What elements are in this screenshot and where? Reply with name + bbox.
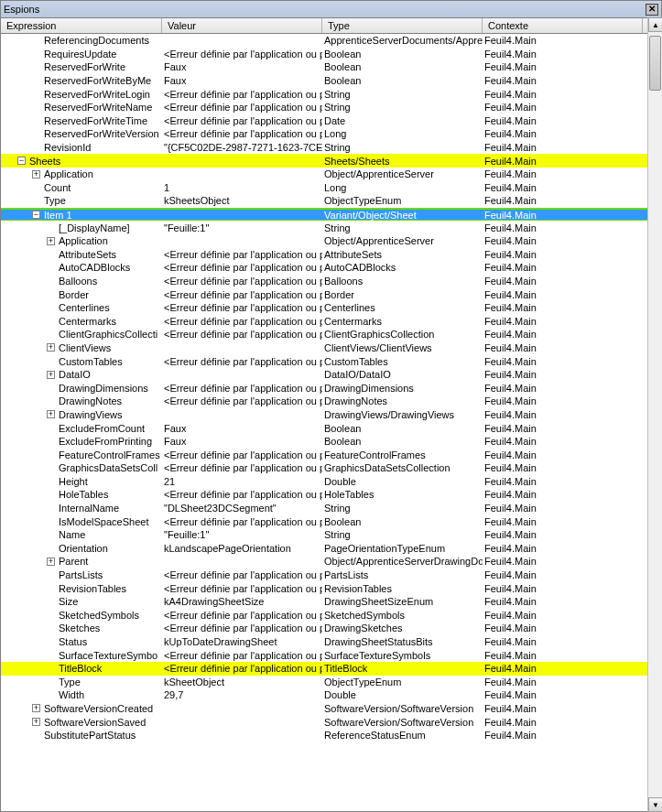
value-cell[interactable]: <Erreur définie par l'application ou p: [162, 302, 322, 313]
tree-row[interactable]: ParentObject/ApprenticeServerDrawingDoFe…: [1, 555, 661, 568]
tree-row[interactable]: InternalName"DLSheet23DCSegment"StringFe…: [1, 502, 661, 515]
expand-icon[interactable]: [47, 371, 55, 379]
value-cell[interactable]: <Erreur définie par l'application ou p: [162, 102, 322, 113]
value-cell[interactable]: <Erreur définie par l'application ou p: [162, 115, 322, 126]
value-cell[interactable]: <Erreur définie par l'application ou p: [162, 289, 322, 300]
expr-cell[interactable]: Item 1: [1, 210, 162, 221]
value-cell[interactable]: "Feuille:1": [162, 529, 322, 540]
scroll-down-button[interactable]: ▼: [648, 797, 662, 812]
tree-row[interactable]: Balloons<Erreur définie par l'applicatio…: [1, 275, 661, 288]
expr-cell[interactable]: CustomTables: [1, 356, 162, 367]
expand-icon[interactable]: [47, 343, 55, 352]
tree-row[interactable]: [_DisplayName]"Feuille:1"StringFeuil4.Ma…: [1, 221, 661, 234]
close-button[interactable]: ✕: [646, 4, 658, 16]
expr-cell[interactable]: ClientGraphicsCollecti: [1, 329, 162, 340]
value-cell[interactable]: kSheetsObject: [162, 195, 322, 206]
scroll-up-button[interactable]: ▲: [648, 17, 662, 32]
value-cell[interactable]: Faux: [162, 436, 322, 447]
header-expression[interactable]: Expression: [1, 18, 162, 33]
value-cell[interactable]: Faux: [162, 75, 322, 86]
tree-row[interactable]: SketchedSymbols<Erreur définie par l'app…: [1, 609, 661, 623]
expr-cell[interactable]: SoftwareVersionSaved: [1, 717, 162, 728]
value-cell[interactable]: <Erreur définie par l'application ou p: [162, 262, 322, 273]
expr-cell[interactable]: ReservedForWriteByMe: [1, 75, 162, 86]
tree-row[interactable]: TypekSheetObjectObjectTypeEnumFeuil4.Mai…: [1, 676, 661, 689]
tree-row[interactable]: ClientGraphicsCollecti<Erreur définie pa…: [1, 328, 661, 341]
value-cell[interactable]: Faux: [162, 423, 322, 434]
expr-cell[interactable]: Border: [1, 289, 162, 300]
value-cell[interactable]: <Erreur définie par l'application ou p: [162, 49, 322, 60]
tree-row[interactable]: FeatureControlFrames<Erreur définie par …: [1, 448, 661, 461]
expand-icon[interactable]: [47, 558, 55, 566]
expr-cell[interactable]: SubstitutePartStatus: [1, 730, 162, 741]
expr-cell[interactable]: ReservedForWriteLogin: [1, 89, 162, 100]
value-cell[interactable]: <Erreur définie par l'application ou p: [162, 383, 322, 394]
scroll-thumb[interactable]: [649, 36, 661, 91]
expr-cell[interactable]: ReservedForWriteTime: [1, 115, 162, 126]
expr-cell[interactable]: Height: [1, 476, 162, 487]
tree-row[interactable]: SurfaceTextureSymbo<Erreur définie par l…: [1, 648, 661, 662]
tree-row[interactable]: HoleTables<Erreur définie par l'applicat…: [1, 488, 661, 502]
value-cell[interactable]: "{CF5C02DE-2987-7271-1623-7CE9: [162, 142, 322, 153]
expr-cell[interactable]: Parent: [1, 556, 162, 567]
expr-cell[interactable]: Type: [1, 677, 162, 687]
value-cell[interactable]: 1: [162, 182, 322, 193]
watch-tree[interactable]: ReferencingDocumentsApprenticeServerDocu…: [1, 34, 661, 812]
expr-cell[interactable]: Centerlines: [1, 302, 162, 313]
tree-row[interactable]: RequiresUpdate<Erreur définie par l'appl…: [1, 48, 661, 61]
expr-cell[interactable]: IsModelSpaceSheet: [1, 516, 162, 527]
value-cell[interactable]: Faux: [162, 61, 322, 72]
expr-cell[interactable]: GraphicsDataSetsColl: [1, 462, 162, 473]
tree-row[interactable]: DrawingNotes<Erreur définie par l'applic…: [1, 395, 661, 408]
value-cell[interactable]: <Erreur définie par l'application ou p: [162, 329, 322, 340]
tree-row[interactable]: Height21DoubleFeuil4.Main: [1, 475, 661, 489]
tree-row[interactable]: Name"Feuille:1"StringFeuil4.Main: [1, 528, 661, 542]
tree-row[interactable]: DrawingDimensions<Erreur définie par l'a…: [1, 381, 661, 395]
tree-row[interactable]: DrawingViewsDrawingViews/DrawingViewsFeu…: [1, 408, 661, 422]
expr-cell[interactable]: Orientation: [1, 543, 162, 554]
value-cell[interactable]: <Erreur définie par l'application ou p: [162, 249, 322, 260]
expr-cell[interactable]: TitleBlock: [1, 663, 162, 674]
tree-row[interactable]: Item 1Variant/Object/SheetFeuil4.Main: [1, 208, 661, 222]
tree-row[interactable]: OrientationkLandscapePageOrientationPage…: [1, 542, 661, 556]
expr-cell[interactable]: SurfaceTextureSymbo: [1, 650, 162, 661]
expr-cell[interactable]: Centermarks: [1, 316, 162, 327]
expr-cell[interactable]: RevisionId: [1, 142, 162, 153]
tree-row[interactable]: SoftwareVersionCreatedSoftwareVersion/So…: [1, 702, 661, 716]
expr-cell[interactable]: AttributeSets: [1, 249, 162, 260]
tree-row[interactable]: ReservedForWriteVersion<Erreur définie p…: [1, 127, 661, 141]
expr-cell[interactable]: Sketches: [1, 623, 162, 633]
tree-row[interactable]: ReservedForWriteName<Erreur définie par …: [1, 101, 661, 114]
expr-cell[interactable]: HoleTables: [1, 489, 162, 500]
collapse-icon[interactable]: [32, 211, 40, 219]
expr-cell[interactable]: Status: [1, 636, 162, 647]
tree-row[interactable]: StatuskUpToDateDrawingSheetDrawingSheetS…: [1, 635, 661, 649]
tree-row[interactable]: ReservedForWriteByMeFauxBooleanFeuil4.Ma…: [1, 74, 661, 88]
tree-row[interactable]: ReservedForWriteTime<Erreur définie par …: [1, 114, 661, 128]
tree-row[interactable]: ReservedForWriteFauxBooleanFeuil4.Main: [1, 60, 661, 74]
value-cell[interactable]: <Erreur définie par l'application ou p: [162, 583, 322, 594]
tree-row[interactable]: ApplicationObject/ApprenticeServerFeuil4…: [1, 168, 661, 181]
expand-icon[interactable]: [32, 718, 40, 726]
value-cell[interactable]: <Erreur définie par l'application ou p: [162, 610, 322, 621]
value-cell[interactable]: <Erreur définie par l'application ou p: [162, 650, 322, 661]
value-cell[interactable]: <Erreur définie par l'application ou p: [162, 89, 322, 100]
tree-row[interactable]: ClientViewsClientViews/ClientViewsFeuil4…: [1, 341, 661, 355]
value-cell[interactable]: <Erreur définie par l'application ou p: [162, 462, 322, 473]
tree-row[interactable]: SoftwareVersionSavedSoftwareVersion/Soft…: [1, 715, 661, 729]
expr-cell[interactable]: Name: [1, 529, 162, 540]
expr-cell[interactable]: SoftwareVersionCreated: [1, 703, 162, 714]
expr-cell[interactable]: ReservedForWriteVersion: [1, 128, 162, 139]
expr-cell[interactable]: DrawingNotes: [1, 395, 162, 406]
expr-cell[interactable]: SketchedSymbols: [1, 610, 162, 621]
value-cell[interactable]: <Erreur définie par l'application ou p: [162, 395, 322, 406]
tree-row[interactable]: CustomTables<Erreur définie par l'applic…: [1, 354, 661, 368]
expr-cell[interactable]: Width: [1, 689, 162, 700]
value-cell[interactable]: kSheetObject: [162, 677, 322, 687]
expr-cell[interactable]: DataIO: [1, 369, 162, 380]
value-cell[interactable]: <Erreur définie par l'application ou p: [162, 276, 322, 287]
expr-cell[interactable]: [_DisplayName]: [1, 222, 162, 233]
value-cell[interactable]: "DLSheet23DCSegment": [162, 503, 322, 514]
expr-cell[interactable]: Sheets: [1, 156, 162, 167]
header-context[interactable]: Contexte: [483, 18, 643, 33]
